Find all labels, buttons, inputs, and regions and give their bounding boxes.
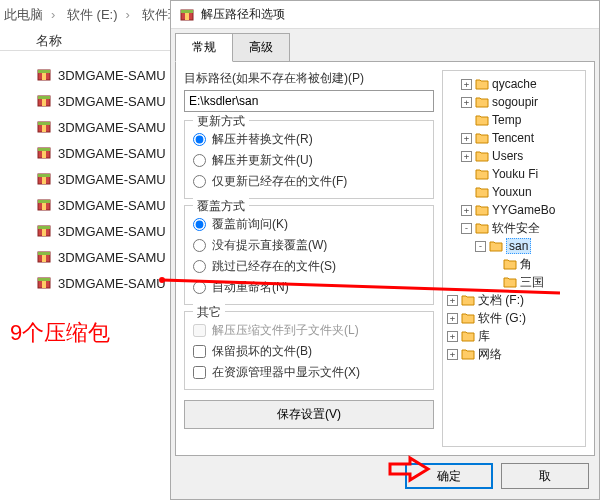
opt-extract-update[interactable]: 解压并更新文件(U) <box>193 150 425 171</box>
opt-subfolder: 解压压缩文件到子文件夹(L) <box>193 320 425 341</box>
svg-rect-28 <box>181 10 193 13</box>
svg-rect-23 <box>42 255 46 262</box>
breadcrumb[interactable]: 此电脑› 软件 (E:)› 软件玩 <box>0 6 185 24</box>
tree-row[interactable]: -san <box>443 237 585 255</box>
file-row[interactable]: 3DMGAME-SAMU <box>36 62 178 88</box>
tree-row[interactable]: +文档 (F:) <box>443 291 585 309</box>
tree-expander[interactable]: + <box>447 331 458 342</box>
tree-expander[interactable]: + <box>461 133 472 144</box>
file-list: 3DMGAME-SAMU3DMGAME-SAMU3DMGAME-SAMU3DMG… <box>36 62 178 296</box>
tree-row[interactable]: 三国 <box>443 273 585 291</box>
opt-extract-replace[interactable]: 解压并替换文件(R) <box>193 129 425 150</box>
overwrite-mode-group: 覆盖方式 覆盖前询问(K) 没有提示直接覆盖(W) 跳过已经存在的文件(S) 自… <box>184 205 434 305</box>
tree-expander[interactable]: - <box>475 241 486 252</box>
tree-expander[interactable]: + <box>461 79 472 90</box>
svg-rect-16 <box>38 200 50 203</box>
group-title: 覆盖方式 <box>193 198 249 215</box>
tree-row[interactable]: +库 <box>443 327 585 345</box>
rar-icon <box>36 93 52 109</box>
tree-expander[interactable]: + <box>461 205 472 216</box>
rar-icon <box>36 275 52 291</box>
tree-row[interactable]: +sogoupir <box>443 93 585 111</box>
titlebar[interactable]: 解压路径和选项 <box>171 1 599 29</box>
svg-rect-17 <box>42 203 46 210</box>
rar-icon <box>36 197 52 213</box>
tree-row[interactable]: Youxun <box>443 183 585 201</box>
file-name: 3DMGAME-SAMU <box>58 250 178 265</box>
crumb-pc[interactable]: 此电脑 <box>0 7 47 22</box>
file-name: 3DMGAME-SAMU <box>58 224 178 239</box>
tab-general[interactable]: 常规 <box>175 33 233 62</box>
tab-advanced[interactable]: 高级 <box>232 33 290 62</box>
file-row[interactable]: 3DMGAME-SAMU <box>36 270 178 296</box>
tree-expander[interactable]: + <box>461 151 472 162</box>
svg-rect-25 <box>38 278 50 281</box>
file-row[interactable]: 3DMGAME-SAMU <box>36 114 178 140</box>
tree-label: YYGameBo <box>492 203 555 217</box>
tree-row[interactable]: +YYGameBo <box>443 201 585 219</box>
svg-rect-1 <box>38 70 50 73</box>
dest-path-input[interactable] <box>184 90 434 112</box>
file-row[interactable]: 3DMGAME-SAMU <box>36 166 178 192</box>
svg-rect-14 <box>42 177 46 184</box>
tree-row[interactable]: -软件安全 <box>443 219 585 237</box>
opt-auto-rename[interactable]: 自动重命名(N) <box>193 277 425 298</box>
folder-icon <box>461 312 475 324</box>
rar-icon <box>36 67 52 83</box>
tree-row[interactable]: +Users <box>443 147 585 165</box>
tree-row[interactable]: Youku Fi <box>443 165 585 183</box>
svg-rect-4 <box>38 96 50 99</box>
tree-row[interactable]: Temp <box>443 111 585 129</box>
file-row[interactable]: 3DMGAME-SAMU <box>36 88 178 114</box>
extract-dialog: 解压路径和选项 常规 高级 目标路径(如果不存在将被创建)(P) 更新方式 解压… <box>170 0 600 500</box>
svg-rect-22 <box>38 252 50 255</box>
opt-update-existing[interactable]: 仅更新已经存在的文件(F) <box>193 171 425 192</box>
tree-row[interactable]: +软件 (G:) <box>443 309 585 327</box>
opt-no-prompt-overwrite[interactable]: 没有提示直接覆盖(W) <box>193 235 425 256</box>
file-name: 3DMGAME-SAMU <box>58 94 178 109</box>
group-title: 更新方式 <box>193 113 249 130</box>
folder-tree[interactable]: +qycache+sogoupirTemp+Tencent+UsersYouku… <box>442 70 586 447</box>
svg-rect-8 <box>42 125 46 132</box>
rar-icon <box>36 249 52 265</box>
opt-show-in-explorer[interactable]: 在资源管理器中显示文件(X) <box>193 362 425 383</box>
opt-ask-overwrite[interactable]: 覆盖前询问(K) <box>193 214 425 235</box>
file-row[interactable]: 3DMGAME-SAMU <box>36 218 178 244</box>
opt-keep-broken[interactable]: 保留损坏的文件(B) <box>193 341 425 362</box>
file-name: 3DMGAME-SAMU <box>58 198 178 213</box>
tree-expander[interactable]: + <box>461 97 472 108</box>
save-settings-button[interactable]: 保存设置(V) <box>184 400 434 429</box>
rar-icon <box>36 223 52 239</box>
tree-expander[interactable]: + <box>447 313 458 324</box>
file-name: 3DMGAME-SAMU <box>58 172 178 187</box>
update-mode-group: 更新方式 解压并替换文件(R) 解压并更新文件(U) 仅更新已经存在的文件(F) <box>184 120 434 199</box>
ok-button[interactable]: 确定 <box>405 463 493 489</box>
tree-label: 库 <box>478 328 490 345</box>
file-name: 3DMGAME-SAMU <box>58 68 178 83</box>
column-header-name[interactable]: 名称 <box>36 32 62 50</box>
annotation-note: 9个压缩包 <box>10 318 110 348</box>
folder-icon <box>475 168 489 180</box>
file-row[interactable]: 3DMGAME-SAMU <box>36 140 178 166</box>
tree-row[interactable]: +网络 <box>443 345 585 363</box>
tree-row[interactable]: +qycache <box>443 75 585 93</box>
opt-skip-existing[interactable]: 跳过已经存在的文件(S) <box>193 256 425 277</box>
rar-icon <box>36 171 52 187</box>
tree-label: Users <box>492 149 523 163</box>
tree-expander[interactable]: + <box>447 349 458 360</box>
folder-icon <box>503 258 517 270</box>
file-row[interactable]: 3DMGAME-SAMU <box>36 244 178 270</box>
svg-rect-7 <box>38 122 50 125</box>
crumb-drive[interactable]: 软件 (E:) <box>63 7 122 22</box>
cancel-button[interactable]: 取 <box>501 463 589 489</box>
tree-row[interactable]: +Tencent <box>443 129 585 147</box>
tree-expander[interactable]: + <box>447 295 458 306</box>
tree-label: qycache <box>492 77 537 91</box>
dest-label: 目标路径(如果不存在将被创建)(P) <box>184 70 434 87</box>
file-row[interactable]: 3DMGAME-SAMU <box>36 192 178 218</box>
svg-rect-5 <box>42 99 46 106</box>
tree-row[interactable]: 角 <box>443 255 585 273</box>
folder-icon <box>475 96 489 108</box>
svg-rect-20 <box>42 229 46 236</box>
tree-expander[interactable]: - <box>461 223 472 234</box>
